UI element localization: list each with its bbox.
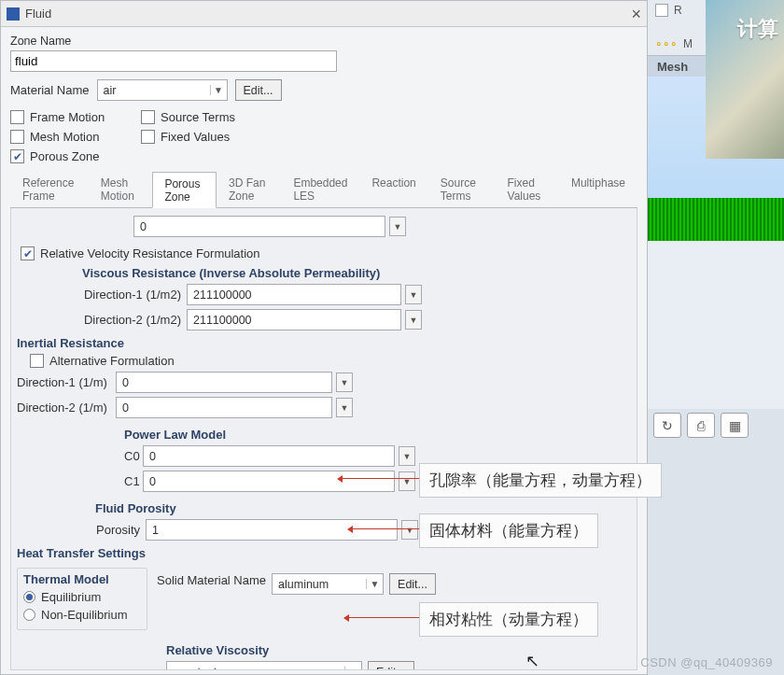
- leftover-field[interactable]: 0: [133, 216, 385, 237]
- frame-motion-checkbox[interactable]: Frame Motion: [10, 110, 141, 124]
- thermal-model-label: Thermal Model: [23, 572, 141, 586]
- chevron-down-icon[interactable]: ▼: [405, 285, 422, 304]
- porous-zone-checkbox[interactable]: ✔Porous Zone: [10, 149, 141, 163]
- c0-label: C0: [124, 449, 143, 463]
- direction2-vr-input[interactable]: 211100000: [187, 309, 401, 330]
- chevron-down-icon[interactable]: ▼: [336, 398, 353, 417]
- non-equilibrium-radio[interactable]: Non-Equilibrium: [23, 608, 141, 622]
- chevron-down-icon[interactable]: ▼: [401, 520, 418, 540]
- chevron-down-icon[interactable]: ▼: [389, 217, 406, 236]
- tab-bar: Reference Frame Mesh Motion Porous Zone …: [10, 171, 637, 208]
- tab-3d-fan-zone[interactable]: 3D Fan Zone: [217, 171, 281, 207]
- tab-multiphase[interactable]: Multiphase: [559, 171, 637, 207]
- arrow-porosity: [339, 478, 419, 479]
- inertial-resistance-label: Inertial Resistance: [17, 336, 631, 350]
- tool-button-2[interactable]: ⎙: [687, 413, 715, 438]
- direction1-ir-label: Direction-1 (1/m): [17, 375, 116, 389]
- alternative-formulation-checkbox[interactable]: Alternative Formulation: [30, 354, 631, 368]
- porous-zone-panel: 0 ▼ ✔Relative Velocity Resistance Formul…: [10, 208, 637, 670]
- porosity-label: Porosity: [95, 523, 146, 537]
- relative-viscosity-edit-button[interactable]: Edit...: [368, 661, 414, 670]
- tab-fixed-values[interactable]: Fixed Values: [496, 171, 559, 207]
- annotation-solid-material: 固体材料（能量方程）: [419, 513, 598, 548]
- tab-embedded-les[interactable]: Embedded LES: [281, 171, 359, 207]
- photo-caption: 计算: [737, 15, 778, 43]
- annotation-porosity: 孔隙率（能量方程，动量方程）: [419, 463, 662, 498]
- solid-material-combo[interactable]: aluminum ▼: [272, 573, 384, 595]
- c1-label: C1: [124, 474, 143, 488]
- chevron-down-icon[interactable]: ▼: [344, 667, 361, 670]
- tab-source-terms[interactable]: Source Terms: [428, 171, 496, 207]
- direction1-ir-input[interactable]: 0: [116, 372, 332, 393]
- direction2-vr-label: Direction-2 (1/m2): [82, 313, 187, 327]
- c1-input[interactable]: 0: [143, 471, 395, 492]
- arrow-solid-material: [349, 528, 420, 529]
- direction1-vr-label: Direction-1 (1/m2): [82, 288, 187, 302]
- viscous-resistance-label: Viscous Resistance (Inverse Absolute Per…: [82, 266, 631, 280]
- chevron-down-icon[interactable]: ▼: [336, 373, 353, 392]
- material-name-label: Material Name: [10, 83, 90, 97]
- cursor-icon: ↖: [525, 651, 539, 671]
- chevron-down-icon[interactable]: ▼: [366, 579, 383, 589]
- app-icon: [7, 7, 20, 21]
- arrow-relative-viscosity: [345, 617, 420, 618]
- window-title: Fluid: [25, 7, 51, 21]
- material-edit-button[interactable]: Edit...: [235, 79, 282, 101]
- relative-viscosity-label: Relative Viscosity: [166, 643, 631, 657]
- direction2-ir-input[interactable]: 0: [116, 397, 332, 418]
- chevron-down-icon[interactable]: ▼: [210, 85, 227, 95]
- annotation-relative-viscosity: 相对粘性（动量方程）: [419, 602, 598, 637]
- thermal-model-group: Thermal Model Equilibrium Non-Equilibriu…: [17, 568, 147, 630]
- c0-input[interactable]: 0: [143, 445, 395, 467]
- relative-velocity-checkbox[interactable]: ✔Relative Velocity Resistance Formulatio…: [21, 246, 631, 260]
- fluid-dialog: Fluid × Zone Name Material Name air ▼ Ed…: [0, 0, 648, 675]
- tab-mesh-motion[interactable]: Mesh Motion: [89, 171, 153, 207]
- zone-name-label: Zone Name: [10, 35, 637, 48]
- tab-reference-frame[interactable]: Reference Frame: [10, 171, 89, 207]
- equilibrium-radio[interactable]: Equilibrium: [23, 590, 141, 604]
- close-icon[interactable]: ×: [631, 6, 641, 22]
- tab-porous-zone[interactable]: Porous Zone: [152, 172, 217, 208]
- solid-material-name-label: Solid Material Name: [157, 573, 266, 587]
- fixed-values-checkbox[interactable]: Fixed Values: [141, 130, 290, 144]
- direction1-vr-input[interactable]: 211100000: [187, 284, 401, 305]
- tool-button-1[interactable]: ↻: [653, 413, 681, 438]
- relative-viscosity-combo[interactable]: constant ▼: [166, 661, 362, 670]
- power-law-model-label: Power Law Model: [124, 428, 631, 442]
- viewport-lower: ↻ ⎙ ▦: [648, 409, 784, 675]
- tool-button-3[interactable]: ▦: [721, 413, 749, 438]
- chevron-down-icon[interactable]: ▼: [405, 310, 422, 330]
- source-terms-checkbox[interactable]: Source Terms: [141, 110, 290, 124]
- solid-material-edit-button[interactable]: Edit...: [389, 573, 436, 595]
- viewport-mesh: [648, 198, 784, 241]
- heat-transfer-settings-label: Heat Transfer Settings: [17, 546, 631, 560]
- chevron-down-icon[interactable]: ▼: [399, 446, 415, 466]
- titlebar: Fluid ×: [1, 1, 647, 27]
- photo-overlay: 计算: [706, 0, 784, 159]
- chevron-down-icon[interactable]: ▼: [399, 471, 415, 491]
- mesh-motion-checkbox[interactable]: Mesh Motion: [10, 130, 141, 144]
- material-name-combo[interactable]: air ▼: [97, 79, 228, 101]
- porosity-input[interactable]: 1: [146, 519, 398, 541]
- direction2-ir-label: Direction-2 (1/m): [17, 401, 116, 415]
- zone-name-input[interactable]: [10, 50, 337, 72]
- watermark: CSDN @qq_40409369: [640, 655, 773, 669]
- tab-reaction[interactable]: Reaction: [359, 171, 427, 207]
